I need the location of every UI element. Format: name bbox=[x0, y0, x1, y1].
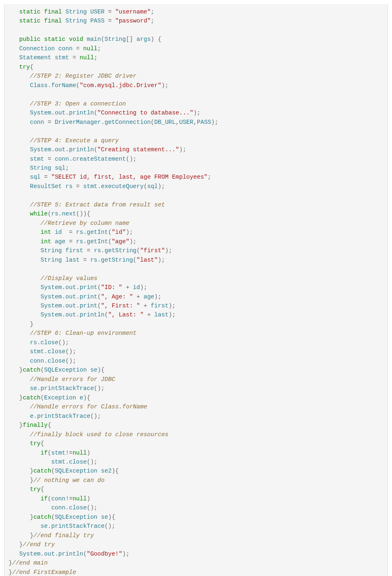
code-line: System.out.print(", Age: " + age); bbox=[9, 294, 161, 300]
code-line: System.out.print(", First: " + first); bbox=[9, 303, 176, 309]
code-line: }catch(SQLException se){ bbox=[9, 514, 115, 520]
code-line: Connection conn = null; bbox=[9, 45, 101, 52]
code-line: } bbox=[9, 321, 33, 327]
code-line: ResultSet rs = stmt.executeQuery(sql); bbox=[9, 183, 165, 190]
code-line: }//end try bbox=[9, 541, 55, 548]
code-line: //STEP 3: Open a connection bbox=[9, 101, 126, 107]
code-line: }finally{ bbox=[9, 422, 51, 428]
code-line: System.out.println("Connecting to databa… bbox=[9, 110, 200, 116]
code-line: String first = rs.getString("first"); bbox=[9, 247, 172, 254]
code-line: }catch(Exception e){ bbox=[9, 394, 90, 401]
code-line: //Handle errors for JDBC bbox=[9, 376, 115, 383]
code-line: conn.close(); bbox=[9, 504, 98, 511]
code-line: sql = "SELECT id, first, last, age FROM … bbox=[9, 174, 211, 180]
code-line: System.out.print("ID: " + id); bbox=[9, 284, 147, 291]
code-line: int age = rs.getInt("age"); bbox=[9, 238, 136, 245]
code-line: String sql; bbox=[9, 165, 69, 171]
code-line: }catch(SQLException se){ bbox=[9, 367, 105, 373]
code-line: try{ bbox=[9, 64, 33, 70]
code-line: se.printStackTrace(); bbox=[9, 385, 105, 392]
code-line: }//end main bbox=[9, 560, 48, 566]
code-line: }catch(SQLException se2){ bbox=[9, 468, 119, 474]
code-line: rs.close(); bbox=[9, 339, 69, 346]
code-line: System.out.println("Goodbye!"); bbox=[9, 551, 129, 557]
code-line: static final String PASS = "password"; bbox=[9, 18, 154, 24]
code-line: stmt.close(); bbox=[9, 459, 98, 465]
code-line: if(stmt!=null) bbox=[9, 450, 90, 456]
code-line: }// nothing we can do bbox=[9, 477, 105, 484]
code-line: //Handle errors for Class.forName bbox=[9, 403, 147, 410]
code-line: try{ bbox=[9, 440, 44, 447]
code-line: static final String USER = "username"; bbox=[9, 9, 154, 15]
code-line: if(conn!=null) bbox=[9, 495, 90, 502]
code-line: e.printStackTrace(); bbox=[9, 413, 101, 419]
code-line: //Display values bbox=[9, 275, 98, 282]
code-line: stmt = conn.createStatement(); bbox=[9, 156, 136, 162]
code-line: Statement stmt = null; bbox=[9, 54, 98, 61]
code-line: }//end FirstExample bbox=[9, 569, 76, 576]
code-line: String last = rs.getString("last"); bbox=[9, 257, 165, 263]
code-line: se.printStackTrace(); bbox=[9, 523, 115, 529]
code-line: try{ bbox=[9, 486, 44, 493]
code-line: stmt.close(); bbox=[9, 348, 76, 355]
code-line: Class.forName("com.mysql.jdbc.Driver"); bbox=[9, 82, 169, 89]
code-line: //STEP 4: Execute a query bbox=[9, 137, 119, 144]
code-line: System.out.println(", Last: " + last); bbox=[9, 312, 176, 318]
code-line: int id = rs.getInt("id"); bbox=[9, 229, 133, 235]
code-line: //STEP 2: Register JDBC driver bbox=[9, 73, 136, 79]
code-line: conn.close(); bbox=[9, 358, 76, 364]
code-line: public static void main(String[] args) { bbox=[9, 36, 161, 43]
code-line: //STEP 6: Clean-up environment bbox=[9, 330, 136, 336]
code-line: //STEP 5: Extract data from result set bbox=[9, 202, 165, 208]
code-line: //Retrieve by column name bbox=[9, 220, 129, 226]
code-line: while(rs.next()){ bbox=[9, 211, 90, 217]
code-line: System.out.println("Creating statement..… bbox=[9, 146, 186, 153]
code-line: //finally block used to close resources bbox=[9, 431, 169, 438]
code-block: static final String USER = "username"; s… bbox=[4, 4, 388, 576]
code-line: }//end finally try bbox=[9, 532, 94, 539]
code-line: conn = DriverManager.getConnection(DB_UR… bbox=[9, 119, 218, 126]
